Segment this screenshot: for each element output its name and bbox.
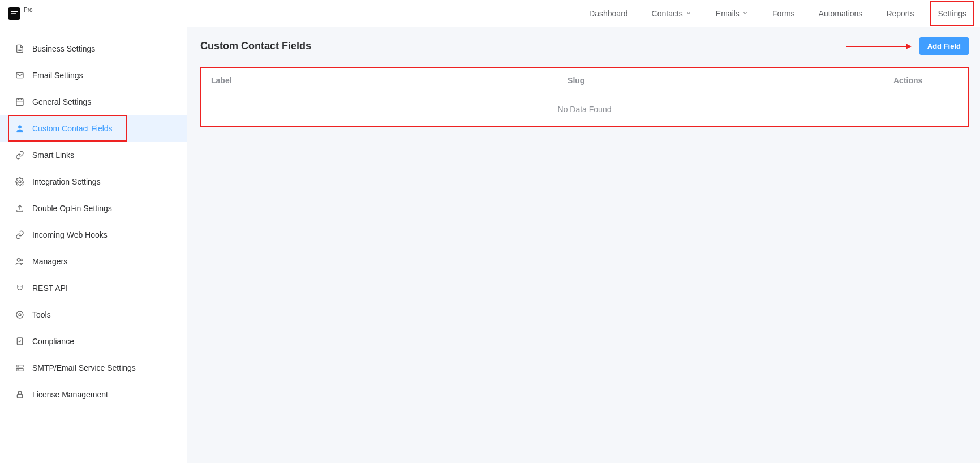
sidebar-item-label: Tools (32, 310, 51, 319)
fields-table-panel: Label Slug Actions No Data Found (200, 67, 969, 127)
nav-contacts[interactable]: Contacts (646, 1, 698, 26)
wrench-icon (15, 310, 24, 319)
nav-label: Settings (938, 9, 966, 18)
nav-settings[interactable]: Settings (932, 1, 972, 26)
svg-point-15 (19, 314, 21, 316)
server-icon (15, 363, 24, 372)
gear-icon (15, 177, 24, 186)
calendar-icon (15, 97, 24, 106)
col-slug: Slug (557, 68, 883, 93)
sidebar-item-label: Business Settings (32, 44, 95, 53)
sidebar-item-incoming-webhooks[interactable]: Incoming Web Hooks (0, 221, 187, 248)
sidebar-item-tools[interactable]: Tools (0, 301, 187, 328)
app-logo (8, 7, 20, 20)
header-actions: Add Field (846, 37, 969, 55)
sidebar-item-label: SMTP/Email Service Settings (32, 363, 136, 372)
add-field-button[interactable]: Add Field (919, 37, 969, 55)
nav-dashboard[interactable]: Dashboard (583, 1, 634, 26)
sidebar-item-label: Managers (32, 257, 67, 266)
table-empty-row: No Data Found (201, 93, 968, 127)
svg-point-14 (16, 311, 23, 318)
sidebar-item-double-opt-in[interactable]: Double Opt-in Settings (0, 195, 187, 221)
upload-icon (15, 204, 24, 213)
nav-automations[interactable]: Automations (813, 1, 869, 26)
sidebar-item-label: Integration Settings (32, 177, 101, 186)
svg-point-20 (18, 369, 18, 370)
nav-label: Reports (886, 9, 914, 18)
nav-emails[interactable]: Emails (710, 1, 754, 26)
sidebar-item-managers[interactable]: Managers (0, 248, 187, 275)
svg-rect-21 (17, 394, 22, 398)
sidebar-item-label: General Settings (32, 97, 91, 106)
top-nav: Dashboard Contacts Emails Forms Automati… (583, 1, 972, 26)
sidebar-item-integration-settings[interactable]: Integration Settings (0, 168, 187, 195)
nav-reports[interactable]: Reports (880, 1, 919, 26)
col-label: Label (201, 68, 557, 93)
link-icon (15, 151, 24, 160)
svg-point-8 (19, 181, 21, 183)
mail-icon (15, 71, 24, 80)
topbar: Pro Dashboard Contacts Emails Forms Auto… (0, 0, 980, 27)
users-icon (15, 257, 24, 266)
chevron-down-icon (742, 9, 749, 18)
sidebar-item-label: Incoming Web Hooks (32, 230, 108, 239)
svg-point-11 (20, 259, 23, 261)
sidebar-item-license-management[interactable]: License Management (0, 381, 187, 408)
file-text-icon (15, 44, 24, 53)
nav-forms[interactable]: Forms (767, 1, 801, 26)
content-header: Custom Contact Fields Add Field (200, 37, 969, 55)
sidebar-item-smtp-settings[interactable]: SMTP/Email Service Settings (0, 354, 187, 381)
svg-rect-3 (16, 98, 23, 105)
sidebar-item-business-settings[interactable]: Business Settings (0, 35, 187, 62)
nav-label: Emails (716, 9, 740, 18)
main-content: Custom Contact Fields Add Field Label Sl… (187, 27, 980, 463)
col-actions: Actions (883, 68, 968, 93)
sidebar-item-label: Custom Contact Fields (32, 124, 113, 133)
nav-label: Automations (819, 9, 863, 18)
sidebar-item-email-settings[interactable]: Email Settings (0, 62, 187, 88)
sidebar-item-label: License Management (32, 390, 108, 399)
pro-badge: Pro (24, 7, 33, 13)
nav-label: Forms (772, 9, 795, 18)
page-title: Custom Contact Fields (200, 40, 311, 52)
empty-text: No Data Found (201, 93, 968, 127)
lock-icon (15, 390, 24, 399)
user-icon (15, 124, 24, 133)
svg-point-10 (17, 258, 20, 261)
sidebar-item-label: Email Settings (32, 71, 83, 80)
chevron-down-icon (685, 9, 692, 18)
layout: Business Settings Email Settings General… (0, 27, 980, 463)
svg-point-7 (18, 125, 21, 128)
arrow-annotation (846, 44, 912, 49)
settings-sidebar: Business Settings Email Settings General… (0, 27, 187, 463)
magnet-icon (15, 284, 24, 293)
sidebar-item-smart-links[interactable]: Smart Links (0, 142, 187, 168)
sidebar-item-label: Compliance (32, 337, 74, 346)
webhook-icon (15, 230, 24, 239)
sidebar-item-label: Double Opt-in Settings (32, 204, 112, 213)
sidebar-item-rest-api[interactable]: REST API (0, 275, 187, 301)
sidebar-item-general-settings[interactable]: General Settings (0, 88, 187, 115)
clipboard-check-icon (15, 337, 24, 346)
brand: Pro (8, 7, 33, 20)
nav-label: Contacts (652, 9, 683, 18)
sidebar-item-label: REST API (32, 284, 68, 293)
sidebar-item-custom-contact-fields[interactable]: Custom Contact Fields (0, 115, 187, 142)
custom-fields-table: Label Slug Actions No Data Found (201, 68, 968, 126)
sidebar-item-compliance[interactable]: Compliance (0, 328, 187, 354)
sidebar-item-label: Smart Links (32, 151, 74, 160)
nav-label: Dashboard (589, 9, 628, 18)
svg-point-19 (18, 366, 18, 366)
